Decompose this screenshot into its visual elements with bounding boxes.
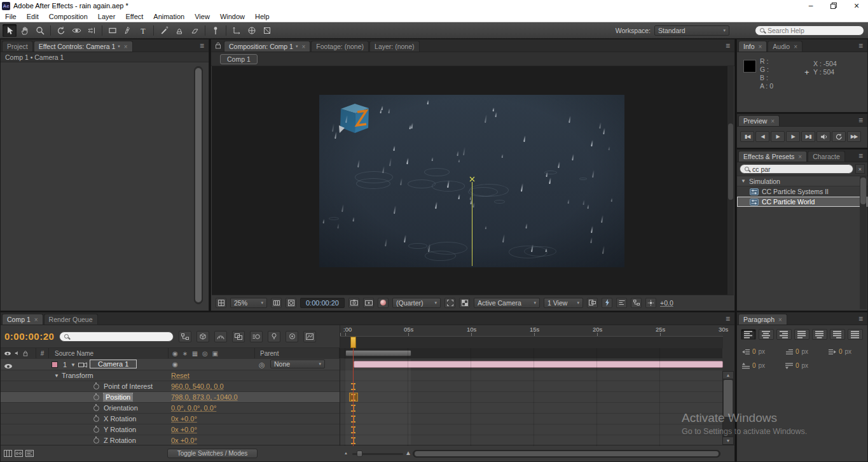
- point-of-interest-marker[interactable]: [469, 176, 475, 182]
- property-value[interactable]: Reset: [171, 372, 189, 379]
- composition-viewport[interactable]: [212, 66, 734, 295]
- tab-info[interactable]: Info×: [738, 41, 767, 52]
- tab-footage[interactable]: Footage: (none): [311, 41, 369, 52]
- restore-button[interactable]: [822, 0, 845, 11]
- scrollbar-thumb[interactable]: [860, 178, 866, 204]
- draft-3d-button[interactable]: [196, 331, 209, 342]
- chevron-down-icon[interactable]: ▾: [296, 44, 298, 49]
- menu-help[interactable]: Help: [250, 13, 275, 20]
- auto-keyframe-button[interactable]: [286, 331, 298, 342]
- indent-value[interactable]: 0: [796, 348, 799, 355]
- eraser-tool[interactable]: [188, 24, 202, 37]
- motion-blur-button[interactable]: [250, 331, 263, 342]
- text-tool[interactable]: T: [136, 24, 150, 37]
- first-line-indent-field[interactable]: 0px: [785, 348, 808, 355]
- work-area-bar[interactable]: [345, 350, 411, 356]
- menu-edit[interactable]: Edit: [22, 13, 44, 20]
- close-tab-icon[interactable]: ×: [771, 118, 775, 125]
- menu-effect[interactable]: Effect: [120, 13, 148, 20]
- effect-item-cc-particle-world[interactable]: CC Particle World: [737, 197, 867, 207]
- layer-duration-bar[interactable]: [354, 361, 723, 368]
- close-tab-icon[interactable]: ×: [124, 43, 128, 50]
- pen-tool[interactable]: [121, 24, 135, 37]
- brush-tool[interactable]: [157, 24, 171, 37]
- zoom-tool[interactable]: [33, 24, 47, 37]
- shape-tool[interactable]: [106, 24, 120, 37]
- stopwatch-icon[interactable]: [93, 438, 99, 444]
- indent-value[interactable]: 0: [752, 348, 756, 355]
- twirl-open-icon[interactable]: ▼: [71, 362, 76, 368]
- tab-composition[interactable]: Composition: Comp 1 ▾ ×: [224, 41, 310, 52]
- layer-duration-area[interactable]: [340, 359, 722, 370]
- ram-preview-button[interactable]: ▶▶: [847, 131, 861, 142]
- mute-audio-button[interactable]: [816, 131, 830, 142]
- show-snapshot-button[interactable]: [363, 298, 374, 308]
- tab-effects-presets[interactable]: Effects & Presets×: [738, 151, 807, 162]
- property-name[interactable]: Orientation: [104, 404, 138, 412]
- hide-shy-button[interactable]: [214, 331, 227, 342]
- space-after-field[interactable]: 0px: [785, 362, 808, 369]
- snapshot-button[interactable]: [348, 298, 359, 308]
- toggle-switches-modes-button[interactable]: Toggle Switches / Modes: [167, 449, 258, 458]
- timeline-horizontal-scrollbar[interactable]: [413, 450, 720, 458]
- panel-menu-icon[interactable]: ≡: [722, 314, 733, 323]
- space-before-field[interactable]: 0px: [742, 362, 765, 369]
- show-channel-button[interactable]: [378, 298, 389, 308]
- workspace-dropdown[interactable]: Standard▾: [654, 25, 729, 36]
- timeline-vertical-scrollbar[interactable]: ▲ ▼: [722, 371, 734, 445]
- magnification-dropdown[interactable]: 25%▾: [230, 298, 267, 308]
- property-name[interactable]: Z Rotation: [104, 437, 136, 444]
- property-name[interactable]: Transform: [62, 372, 93, 379]
- parent-dropdown[interactable]: None▾: [270, 360, 325, 368]
- tab-preview[interactable]: Preview×: [738, 115, 780, 126]
- align-center-button[interactable]: [759, 329, 774, 340]
- transfer-controls-pane-button[interactable]: [14, 449, 24, 458]
- current-time-indicator[interactable]: [350, 337, 356, 348]
- align-left-button[interactable]: [741, 329, 756, 340]
- twirl-open-icon[interactable]: ▼: [741, 178, 746, 184]
- close-tab-icon[interactable]: ×: [759, 43, 762, 50]
- fast-previews-button[interactable]: [602, 298, 612, 308]
- property-name[interactable]: Position: [104, 393, 132, 401]
- property-row-y-rotation[interactable]: Y Rotation 0x +0.0°: [1, 424, 722, 435]
- stopwatch-icon[interactable]: [93, 395, 99, 400]
- comp-mini-flowchart-button[interactable]: [179, 331, 191, 342]
- flowchart-button[interactable]: [631, 298, 642, 308]
- next-frame-button[interactable]: ▶: [786, 131, 800, 142]
- close-button[interactable]: ×: [845, 0, 868, 11]
- scrollbar-thumb[interactable]: [415, 451, 719, 456]
- indent-value[interactable]: 0: [752, 362, 756, 369]
- property-name[interactable]: X Rotation: [104, 415, 136, 423]
- rotate-tool[interactable]: [54, 24, 68, 37]
- stopwatch-icon[interactable]: [93, 384, 99, 389]
- exposure-value[interactable]: +0.0: [660, 299, 673, 307]
- property-value[interactable]: 0x +0.0°: [171, 426, 197, 433]
- tab-project[interactable]: Project: [2, 41, 33, 52]
- frame-blending-button[interactable]: [232, 331, 245, 342]
- property-row-point-of-interest[interactable]: Point of Interest 960.0, 540.0, 0.0: [1, 381, 722, 392]
- scrollbar-thumb[interactable]: [728, 123, 733, 200]
- justify-last-right-button[interactable]: [830, 329, 845, 340]
- play-button[interactable]: ▶: [771, 131, 785, 142]
- parent-pickwhip-icon[interactable]: ◎: [259, 361, 265, 369]
- chevron-down-icon[interactable]: ▾: [118, 44, 120, 49]
- puppet-pin-tool[interactable]: [209, 24, 223, 37]
- tab-paragraph[interactable]: Paragraph×: [738, 314, 787, 325]
- menu-file[interactable]: File: [0, 13, 22, 20]
- panel-menu-icon[interactable]: ≡: [855, 314, 866, 323]
- help-search-input[interactable]: [768, 27, 859, 34]
- viewport-scrollbar[interactable]: [727, 66, 734, 295]
- always-preview-button[interactable]: [216, 298, 226, 308]
- indent-value[interactable]: 0: [839, 348, 843, 355]
- help-search[interactable]: [755, 25, 864, 36]
- tab-audio[interactable]: Audio×: [768, 41, 803, 52]
- transparency-grid-button[interactable]: [459, 298, 470, 308]
- comp-chip[interactable]: Comp 1: [220, 54, 258, 64]
- zoom-in-mountain-icon[interactable]: ▲: [405, 449, 411, 456]
- brainstorm-button[interactable]: [268, 331, 280, 342]
- zoom-out-mountain-icon[interactable]: ▲: [344, 451, 348, 455]
- selection-tool[interactable]: [3, 24, 17, 37]
- menu-animation[interactable]: Animation: [148, 13, 189, 20]
- property-value[interactable]: 0.0°, 0.0°, 0.0°: [171, 404, 216, 412]
- menu-window[interactable]: Window: [215, 13, 250, 20]
